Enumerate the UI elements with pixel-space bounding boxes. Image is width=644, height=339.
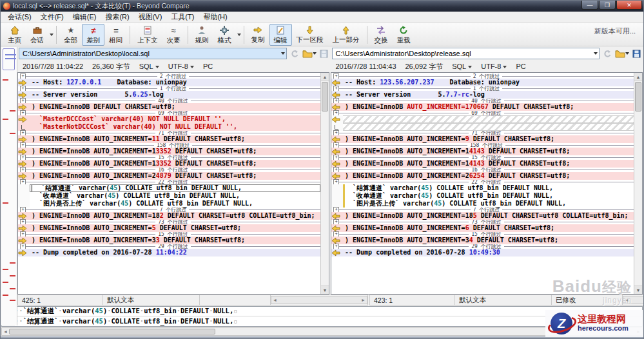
right-folder-dropdown-icon[interactable] <box>625 52 629 55</box>
menu-item[interactable]: 文件(F) <box>36 12 68 23</box>
diff-line-row[interactable]: ) ENGINE=InnoDB AUTO_INCREMENT=11 DEFAUL… <box>18 135 320 143</box>
right-horizontal-scrollbar[interactable]: ◄► <box>623 296 644 304</box>
right-path-dropdown-icon[interactable] <box>594 52 598 55</box>
diff-line-row[interactable]: -- Dump completed on 2016-07-28 11:04:22 <box>18 249 320 257</box>
left-text-view[interactable]: +2 个行跳过-- Host: 127.0.0.1 Database: unio… <box>18 73 320 294</box>
code-line[interactable] <box>343 115 634 123</box>
code-line[interactable]: ) ENGINE=InnoDB AUTO_INCREMENT=26254 DEF… <box>343 172 634 180</box>
toolbar-button-minor[interactable]: ≈次要 <box>162 24 185 46</box>
code-line[interactable]: ) ENGINE=InnoDB AUTO_INCREMENT=185 DEFAU… <box>343 212 634 220</box>
diff-line-row[interactable]: ) ENGINE=InnoDB DEFAULT CHARSET=utf8; <box>18 103 320 111</box>
diff-line-row[interactable]: `结算通道` varchar(45) COLLATE utf8_bin DEFA… <box>18 184 320 192</box>
missing-lines-row[interactable] <box>331 123 634 131</box>
code-line[interactable]: ) ENGINE=InnoDB AUTO_INCREMENT=33 DEFAUL… <box>30 237 320 244</box>
menu-item[interactable]: 搜索(R) <box>101 12 133 23</box>
diff-line-row[interactable]: ) ENGINE=InnoDB AUTO_INCREMENT=14143 DEF… <box>331 160 634 168</box>
left-horizontal-scrollbar[interactable]: ◄► <box>271 296 367 304</box>
chevron-down-icon[interactable] <box>237 34 241 36</box>
toolbar-button-differences[interactable]: ≠差别 <box>82 24 104 46</box>
left-folder-dropdown-icon[interactable] <box>313 52 317 55</box>
diff-line-row[interactable]: ) ENGINE=InnoDB AUTO_INCREMENT=6 DEFAULT… <box>331 224 634 232</box>
code-line[interactable]: `MasterDCCCost` varchar(40) NOT NULL DEF… <box>30 115 320 123</box>
diff-line-row[interactable]: ) ENGINE=InnoDB AUTO_INCREMENT=14143 DEF… <box>331 148 634 155</box>
code-line[interactable]: `收单通道` varchar(45) COLLATE utf8_bin DEFA… <box>343 192 634 200</box>
left-format-select[interactable]: SQL <box>139 63 159 70</box>
code-line[interactable]: ) ENGINE=InnoDB AUTO_INCREMENT=11 DEFAUL… <box>30 135 320 143</box>
code-line[interactable]: `MasterNotDCCCost` varchar(40) NOT NULL … <box>30 123 320 131</box>
copy-right-arrow-icon[interactable] <box>18 115 30 123</box>
code-line[interactable]: ) ENGINE=InnoDB AUTO_INCREMENT=14143 DEF… <box>343 148 634 155</box>
copy-left-arrow-icon[interactable] <box>331 249 343 257</box>
right-save-icon[interactable] <box>632 50 641 58</box>
toolbar-button-home[interactable]: 主页 <box>3 24 26 46</box>
toolbar-button-copy[interactable]: 复制 <box>247 24 269 46</box>
code-line[interactable]: `图片是否上传` varchar(45) COLLATE utf8_bin DE… <box>30 200 320 208</box>
maximize-button[interactable]: ❐ <box>599 1 616 10</box>
code-line[interactable]: -- Host: 127.0.0.1 Database: unionpay <box>30 79 320 86</box>
menu-item[interactable]: 视图(V) <box>134 12 167 23</box>
menu-item[interactable]: 工具(T) <box>166 12 199 23</box>
code-line[interactable]: -- Host: 123.56.207.237 Database: unionp… <box>343 79 634 86</box>
diff-line-row[interactable]: ) ENGINE=InnoDB AUTO_INCREMENT=185 DEFAU… <box>331 212 634 220</box>
code-line[interactable]: `结算通道` varchar(45) COLLATE utf8_bin DEFA… <box>30 184 320 192</box>
code-line[interactable]: ) ENGINE=InnoDB AUTO_INCREMENT=182 DEFAU… <box>30 212 320 220</box>
copy-left-arrow-icon[interactable] <box>331 115 343 123</box>
left-browse-folder-icon[interactable] <box>302 50 313 58</box>
menu-item[interactable]: 编辑(E) <box>68 12 101 23</box>
code-line[interactable]: ) ENGINE=InnoDB AUTO_INCREMENT=14143 DEF… <box>343 160 634 168</box>
toolbar-button-format[interactable]: 格式 <box>213 24 236 46</box>
code-line[interactable]: ) ENGINE=InnoDB AUTO_INCREMENT=24879 DEF… <box>30 172 320 180</box>
menu-item[interactable]: 会话(S) <box>3 12 36 23</box>
right-path-input[interactable]: C:\Users\Administrator\Desktop\release.s… <box>332 48 600 59</box>
diff-line-row[interactable]: -- Server version 5.6.25-log <box>18 91 320 99</box>
code-line[interactable]: ) ENGINE=InnoDB AUTO_INCREMENT=34 DEFAUL… <box>343 237 634 244</box>
code-line[interactable]: ) ENGINE=InnoDB AUTO_INCREMENT=5 DEFAULT… <box>30 224 320 232</box>
right-encoding-select[interactable]: UTF-8 <box>481 63 507 70</box>
diff-line-row[interactable]: `收单通道` varchar(45) COLLATE utf8_bin DEFA… <box>331 192 634 200</box>
line-detail-text[interactable]: ··`结算通道`·varchar(45)·COLLATE·utf8_bin·DE… <box>15 317 238 326</box>
left-path-dropdown-icon[interactable] <box>281 52 285 55</box>
copy-right-arrow-icon[interactable] <box>18 249 30 257</box>
code-line[interactable]: `图片是否上传` varchar(45) COLLATE utf8_bin DE… <box>343 200 634 208</box>
code-line[interactable]: ) ENGINE=InnoDB AUTO_INCREMENT=13352 DEF… <box>30 148 320 155</box>
left-vertical-scrollbar[interactable]: ▲▼ <box>320 73 329 294</box>
code-line[interactable]: ) ENGINE=InnoDB AUTO_INCREMENT=9 DEFAULT… <box>343 135 634 143</box>
right-refresh-icon[interactable] <box>603 50 612 58</box>
code-line[interactable]: ) ENGINE=InnoDB AUTO_INCREMENT=13352 DEF… <box>30 160 320 168</box>
right-vertical-scrollbar[interactable]: ▲▼ <box>634 73 642 294</box>
diff-line-row[interactable]: `图片是否上传` varchar(45) COLLATE utf8_bin DE… <box>331 200 634 208</box>
diff-line-row[interactable]: ) ENGINE=InnoDB AUTO_INCREMENT=24879 DEF… <box>18 172 320 180</box>
diff-line-row[interactable]: ) ENGINE=InnoDB AUTO_INCREMENT=5 DEFAULT… <box>18 224 320 232</box>
diff-line-row[interactable]: -- Host: 123.56.207.237 Database: unionp… <box>331 79 634 86</box>
code-line[interactable]: ) ENGINE=InnoDB DEFAULT CHARSET=utf8; <box>30 103 320 111</box>
toolbar-button-prev-section[interactable]: 上一部分 <box>328 24 364 46</box>
code-line[interactable]: ) ENGINE=InnoDB AUTO_INCREMENT=170667 DE… <box>343 103 634 111</box>
code-line[interactable]: -- Server version 5.7.7-rc-log <box>343 91 634 99</box>
diff-line-row[interactable]: ) ENGINE=InnoDB AUTO_INCREMENT=182 DEFAU… <box>18 212 320 220</box>
diff-line-row[interactable]: ) ENGINE=InnoDB AUTO_INCREMENT=170667 DE… <box>331 103 634 111</box>
toolbar-button-all[interactable]: ★全部 <box>59 24 82 46</box>
toolbar-button-same[interactable]: =相同 <box>104 24 127 46</box>
left-encoding-select[interactable]: UTF-8 <box>168 63 194 70</box>
close-button[interactable]: ✕ <box>616 1 642 10</box>
code-line[interactable]: ) ENGINE=InnoDB AUTO_INCREMENT=6 DEFAULT… <box>343 224 634 232</box>
diff-line-row[interactable]: ) ENGINE=InnoDB AUTO_INCREMENT=34 DEFAUL… <box>331 237 634 244</box>
toolbar-button-context[interactable]: 上下文 <box>133 24 162 46</box>
right-text-view[interactable]: +2 个行跳过-- Host: 123.56.207.237 Database:… <box>331 73 634 294</box>
left-path-input[interactable]: C:\Users\Administrator\Desktop\local.sql <box>19 48 287 59</box>
toolbar-button-swap[interactable]: 交换 <box>370 24 393 46</box>
chevron-down-icon[interactable] <box>50 34 54 36</box>
toolbar-button-reload[interactable]: 重载 <box>393 24 415 46</box>
diff-line-row[interactable]: `MasterDCCCost` varchar(40) NOT NULL DEF… <box>18 115 320 123</box>
code-line[interactable]: -- Server version 5.6.25-log <box>30 91 320 99</box>
diff-line-row[interactable]: `MasterNotDCCCost` varchar(40) NOT NULL … <box>18 123 320 131</box>
menu-item[interactable]: 帮助(H) <box>199 12 231 23</box>
toolbar-button-edit[interactable]: 编辑 <box>269 24 292 46</box>
diff-line-row[interactable]: ) ENGINE=InnoDB AUTO_INCREMENT=33 DEFAUL… <box>18 237 320 244</box>
left-refresh-icon[interactable] <box>290 50 299 58</box>
diff-line-row[interactable]: ) ENGINE=InnoDB AUTO_INCREMENT=13352 DEF… <box>18 160 320 168</box>
right-format-select[interactable]: SQL <box>452 63 472 70</box>
toolbar-button-session[interactable]: 会话 <box>26 24 48 46</box>
missing-lines-row[interactable] <box>331 115 634 123</box>
diff-line-row[interactable]: ) ENGINE=InnoDB AUTO_INCREMENT=9 DEFAULT… <box>331 135 634 143</box>
